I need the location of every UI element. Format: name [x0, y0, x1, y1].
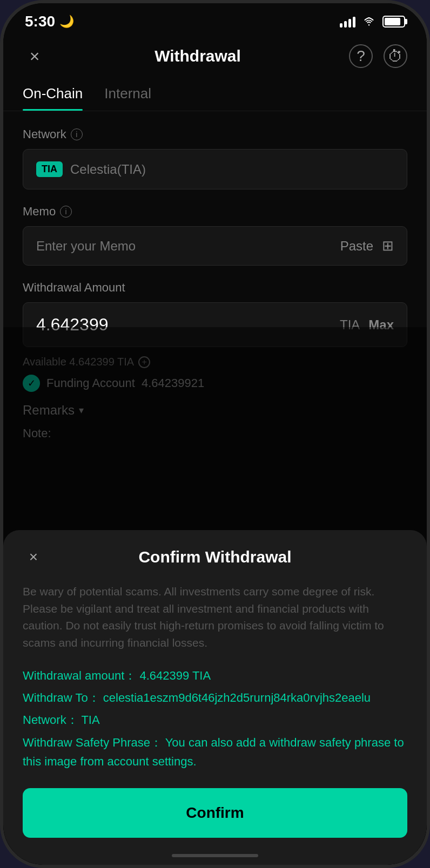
memo-info-icon[interactable]: i [60, 206, 72, 218]
warning-text: Be wary of potential scams. All investme… [23, 583, 407, 651]
confirm-network-label: Network： [23, 713, 78, 727]
memo-input[interactable] [36, 239, 340, 254]
tab-on-chain-label: On-Chain [23, 85, 83, 101]
signal-bar-4 [353, 17, 355, 28]
tab-internal[interactable]: Internal [104, 77, 151, 111]
tab-internal-label: Internal [104, 85, 151, 101]
confirm-details: Withdrawal amount： 4.642399 TIA Withdraw… [23, 666, 407, 771]
signal-bar-3 [348, 19, 351, 28]
confirm-detail-amount: Withdrawal amount： 4.642399 TIA [23, 666, 407, 685]
network-label-text: Network [23, 127, 66, 141]
amount-label-text: Withdrawal Amount [23, 281, 125, 295]
phone-screen: 5:30 🌙 × Withdrawal [3, 3, 427, 865]
top-nav: × Withdrawal ? ⏱ [3, 36, 427, 77]
tabs-container: On-Chain Internal [3, 77, 427, 111]
confirm-button[interactable]: Confirm [23, 788, 407, 838]
sheet-close-button[interactable]: × [23, 546, 44, 568]
help-button[interactable]: ? [349, 44, 373, 68]
history-button[interactable]: ⏱ [384, 44, 407, 68]
battery-icon [382, 16, 405, 28]
confirm-amount-value: 4.642399 TIA [139, 669, 211, 682]
confirm-network-value: TIA [81, 713, 99, 727]
confirm-detail-address: Withdraw To： celestia1eszm9d6t46jzh2d5ru… [23, 688, 407, 707]
close-button[interactable]: × [23, 44, 46, 68]
confirm-amount-label: Withdrawal amount： [23, 669, 136, 682]
memo-label-text: Memo [23, 205, 56, 219]
wifi-icon [362, 16, 376, 27]
confirm-safety-label: Withdraw Safety Phrase： [23, 736, 162, 749]
memo-input-wrapper: Paste ⊞ [23, 226, 407, 266]
network-info-icon[interactable]: i [71, 128, 83, 140]
sheet-header: × Confirm Withdrawal [23, 546, 407, 568]
status-bar: 5:30 🌙 [3, 3, 427, 36]
confirm-detail-safety: Withdraw Safety Phrase： You can also add… [23, 733, 407, 771]
tab-on-chain[interactable]: On-Chain [23, 77, 83, 111]
signal-bar-2 [344, 21, 347, 28]
network-selector[interactable]: TIA Celestia(TIA) [23, 149, 407, 189]
status-icons [340, 16, 405, 28]
moon-icon: 🌙 [59, 15, 74, 29]
home-indicator [172, 854, 258, 857]
network-name: Celestia(TIA) [70, 162, 146, 177]
confirm-address-value: celestia1eszm9d6t46jzh2d5rurnj84rka0rvjh… [103, 691, 371, 704]
battery-fill [385, 18, 400, 25]
phone-frame: 5:30 🌙 × Withdrawal [0, 0, 430, 868]
confirm-withdrawal-sheet: × Confirm Withdrawal Be wary of potentia… [3, 530, 427, 865]
memo-actions: Paste ⊞ [340, 238, 394, 254]
status-time: 5:30 🌙 [25, 13, 74, 30]
confirm-address-label: Withdraw To： [23, 691, 100, 704]
time-display: 5:30 [25, 13, 55, 30]
network-label: Network i [23, 127, 407, 141]
signal-bar-1 [340, 23, 342, 28]
paste-button[interactable]: Paste [340, 239, 373, 254]
amount-label: Withdrawal Amount [23, 281, 407, 295]
scan-icon[interactable]: ⊞ [382, 238, 394, 254]
sheet-title: Confirm Withdrawal [44, 548, 386, 566]
page-title: Withdrawal [154, 47, 241, 65]
memo-section: Memo i Paste ⊞ [23, 205, 407, 266]
signal-bars-icon [340, 16, 355, 28]
confirm-detail-network: Network： TIA [23, 710, 407, 729]
network-badge: TIA [36, 161, 63, 177]
memo-label: Memo i [23, 205, 407, 219]
nav-actions: ? ⏱ [349, 44, 407, 68]
